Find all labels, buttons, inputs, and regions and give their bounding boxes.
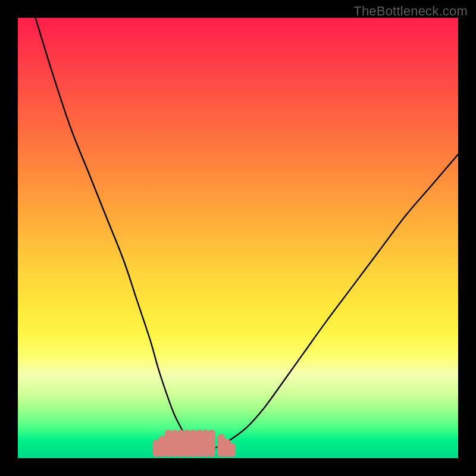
curve-markers (153, 430, 236, 457)
chart-frame: TheBottleneck.com (0, 0, 476, 476)
watermark-text: TheBottleneck.com (353, 4, 468, 19)
marker-dot (208, 430, 215, 457)
chart-svg (18, 18, 458, 458)
chart-plot-area (18, 18, 458, 458)
bottleneck-curve (36, 18, 458, 449)
marker-dot (228, 443, 236, 457)
